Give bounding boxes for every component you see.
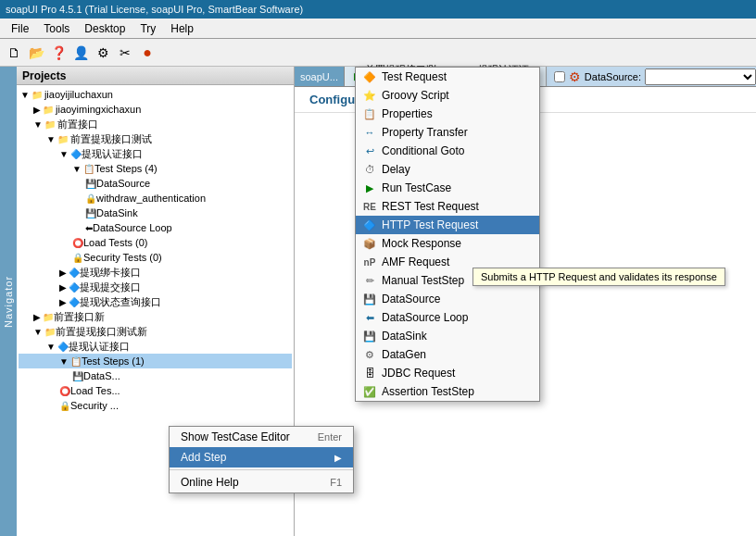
label-properties: Properties [382,107,433,120]
label-manual-teststep: Manual TestStep [382,274,464,287]
icon-jdbc: 🗄 [363,367,376,380]
icon-http: 🔷 [363,218,376,231]
ctx2-test-request[interactable]: 🔶 Test Request [356,68,539,86]
label-datasink: DataSink [382,330,427,343]
ctx2-datagen[interactable]: ⚙ DataGen [356,345,539,364]
ctx2-datasink[interactable]: 💾 DataSink [356,327,539,345]
icon-groovy: ⭐ [363,89,376,102]
label-delay: Delay [382,163,410,176]
label-mock-response: Mock Response [382,237,461,250]
ctx2-assertion-teststep[interactable]: ✅ Assertion TestStep [356,382,539,401]
icon-datasink: 💾 [363,330,376,343]
icon-mock: 📦 [363,237,376,250]
label-test-request: Test Request [382,70,447,83]
icon-datagen: ⚙ [363,348,376,361]
ctx2-delay[interactable]: ⏱ Delay [356,160,539,179]
context-menu-add-step: 🔶 Test Request ⭐ Groovy Script 📋 Propert… [355,67,540,402]
ctx-show-editor[interactable]: Show TestCase Editor Enter [170,427,353,447]
icon-conditional-goto: ↩ [363,144,376,157]
label-datasource: DataSource [382,293,440,305]
tooltip-text: Submits a HTTP Request and validates its… [481,271,717,282]
ctx-online-help[interactable]: Online Help F1 [170,472,353,492]
ctx2-datasource[interactable]: 💾 DataSource [356,290,539,308]
label-run-testcase: Run TestCase [382,181,451,194]
ctx2-rest-request[interactable]: RE REST Test Request [356,197,539,216]
ctx2-groovy-script[interactable]: ⭐ Groovy Script [356,86,539,105]
icon-amf: nP [363,256,376,268]
ctx-add-step-arrow: ▶ [334,453,342,463]
label-property-transfer: Property Transfer [382,126,468,139]
label-conditional-goto: Conditional Goto [382,144,464,157]
ctx-online-help-shortcut: F1 [330,477,342,488]
label-rest-request: REST Test Request [382,200,479,213]
icon-manual: ✏ [363,274,376,287]
icon-datasource-loop: ⬅ [363,311,376,324]
icon-delay: ⏱ [363,163,376,176]
ctx2-mock-response[interactable]: 📦 Mock Response [356,234,539,253]
overlay: Show TestCase Editor Enter Add Step ▶ On… [0,0,756,536]
icon-assertion: ✅ [363,385,376,398]
label-groovy: Groovy Script [382,89,449,102]
icon-datasource: 💾 [363,293,376,305]
icon-test-request: 🔶 [363,70,376,83]
label-http-request: HTTP Test Request [382,218,478,231]
icon-properties: 📋 [363,107,376,120]
label-jdbc-request: JDBC Request [382,367,455,380]
ctx-online-help-label: Online Help [181,476,239,489]
ctx2-properties[interactable]: 📋 Properties [356,105,539,123]
ctx2-run-testcase[interactable]: ▶ Run TestCase [356,179,539,197]
ctx2-jdbc-request[interactable]: 🗄 JDBC Request [356,364,539,382]
icon-property-transfer: ↔ [363,126,376,139]
label-datasource-loop: DataSource Loop [382,311,468,324]
ctx-show-editor-label: Show TestCase Editor [181,430,290,443]
label-datagen: DataGen [382,348,426,361]
context-menu-primary: Show TestCase Editor Enter Add Step ▶ On… [169,426,354,493]
ctx2-property-transfer[interactable]: ↔ Property Transfer [356,123,539,142]
ctx2-http-request[interactable]: 🔷 HTTP Test Request [356,216,539,234]
icon-run-testcase: ▶ [363,181,376,194]
label-amf-request: AMF Request [382,256,449,268]
tooltip: Submits a HTTP Request and validates its… [472,268,725,286]
ctx-separator [170,469,353,470]
ctx2-datasource-loop[interactable]: ⬅ DataSource Loop [356,308,539,327]
label-assertion-teststep: Assertion TestStep [382,385,474,398]
ctx2-conditional-goto[interactable]: ↩ Conditional Goto [356,142,539,160]
ctx-add-step[interactable]: Add Step ▶ [170,447,353,467]
icon-rest: RE [363,200,376,213]
ctx-add-step-label: Add Step [181,451,226,464]
ctx-show-editor-shortcut: Enter [318,431,342,443]
